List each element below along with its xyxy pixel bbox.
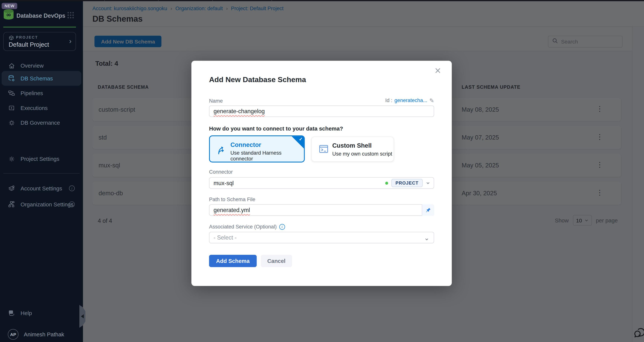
sidebar-item-label: Executions xyxy=(20,105,48,111)
browser-top-edge xyxy=(0,0,644,1)
name-label: Name xyxy=(209,98,223,104)
option-card-connector[interactable]: ✓ Connector Use standard Harness connect… xyxy=(209,135,305,163)
connector-label: Connector xyxy=(209,169,233,175)
associated-service-label: Associated Service (Optional) i xyxy=(209,224,285,230)
connector-branch-icon xyxy=(216,144,227,158)
db-schema-icon xyxy=(8,75,15,82)
app-title: Database DevOps xyxy=(16,12,65,19)
chevron-right-icon: › xyxy=(69,37,72,45)
app-root: NEW ∞ Database DevOps PRO xyxy=(0,0,644,342)
option-subtitle: Use standard Harness connector xyxy=(230,150,304,162)
governance-gear-icon xyxy=(8,119,15,126)
check-icon: ✓ xyxy=(299,137,303,142)
sidebar-item-pipelines[interactable]: Pipelines xyxy=(0,86,83,100)
pipelines-icon xyxy=(8,89,15,97)
sidebar-item-db-schemas[interactable]: DB Schemas xyxy=(2,71,82,86)
sidebar-item-organization-settings[interactable]: Organization Settings i xyxy=(0,197,83,212)
terminal-icon xyxy=(318,144,329,156)
svg-text:?: ? xyxy=(10,311,12,314)
chevron-down-icon xyxy=(425,237,429,241)
entity-id: Id : generatecha... ✎ xyxy=(385,97,434,104)
collapse-arrow-icon xyxy=(81,314,84,319)
add-db-schema-modal: × Add New Database Schema Name Id : gene… xyxy=(191,61,452,286)
user-name: Animesh Pathak xyxy=(24,331,64,338)
home-icon xyxy=(8,62,15,69)
associated-service-text: Associated Service (Optional) xyxy=(209,224,277,230)
sidebar-item-account-settings[interactable]: Account Settings i xyxy=(0,181,83,196)
sidebar-divider xyxy=(3,173,80,173)
org-gear-icon xyxy=(8,201,15,208)
project-selector-value: Default Project xyxy=(9,41,49,48)
sidebar-item-executions[interactable]: Executions xyxy=(0,101,83,115)
close-icon[interactable]: × xyxy=(432,65,444,76)
cancel-button[interactable]: Cancel xyxy=(261,255,292,267)
user-menu[interactable]: AP Animesh Pathak xyxy=(0,327,83,342)
option-card-custom-shell[interactable]: Custom Shell Use my own custom script xyxy=(311,137,394,162)
avatar: AP xyxy=(8,329,18,340)
gear-icon xyxy=(8,155,15,163)
option-subtitle: Use my own custom script xyxy=(332,151,392,157)
sidebar-item-label: Account Settings xyxy=(20,185,62,192)
id-value[interactable]: generatecha... xyxy=(394,98,427,104)
sidebar: NEW ∞ Database DevOps PRO xyxy=(0,1,83,342)
sidebar-item-label: DB Governance xyxy=(20,120,60,126)
status-green-dot xyxy=(385,182,388,184)
connect-question: How do you want to connect to your data … xyxy=(209,126,343,132)
connector-value: mux-sql xyxy=(214,180,234,186)
svg-text:∞: ∞ xyxy=(6,11,11,18)
path-label: Path to Schema File xyxy=(209,197,255,202)
sidebar-item-label: Overview xyxy=(20,62,44,69)
info-icon[interactable]: i xyxy=(69,186,75,191)
id-prefix: Id : xyxy=(385,98,392,104)
path-input[interactable]: generated.yml xyxy=(209,204,434,216)
info-icon[interactable]: i xyxy=(279,224,285,230)
sidebar-item-label: DB Schemas xyxy=(20,75,53,81)
select-placeholder: - Select - xyxy=(214,234,236,241)
sidebar-item-project-settings[interactable]: Project Settings xyxy=(0,151,83,166)
option-title: Connector xyxy=(230,141,261,148)
help-chat-icon: ? xyxy=(8,310,15,317)
name-input[interactable]: generate-changelog xyxy=(209,105,434,117)
add-schema-button[interactable]: Add Schema xyxy=(209,255,256,267)
sidebar-item-label: Pipelines xyxy=(20,90,43,96)
sidebar-item-label: Organization Settings xyxy=(20,201,74,208)
chevron-down-icon[interactable] xyxy=(426,181,430,185)
project-selector[interactable]: PROJECT Default Project › xyxy=(3,32,76,51)
module-grid-icon[interactable] xyxy=(66,11,75,21)
pin-icon[interactable] xyxy=(422,204,434,216)
sidebar-item-label: Help xyxy=(20,310,32,316)
modal-title: Add New Database Schema xyxy=(209,75,306,84)
executions-icon xyxy=(8,104,15,111)
sidebar-item-help[interactable]: ? Help xyxy=(0,306,83,320)
sidebar-item-db-governance[interactable]: DB Governance xyxy=(0,115,83,130)
option-title: Custom Shell xyxy=(332,142,372,149)
scope-badge: PROJECT xyxy=(392,179,423,187)
connector-input[interactable]: mux-sql PROJECT xyxy=(209,177,434,189)
project-selector-label: PROJECT xyxy=(16,35,38,39)
database-devops-logo-icon: ∞ xyxy=(2,8,15,22)
brand-divider xyxy=(3,27,76,27)
info-icon[interactable]: i xyxy=(69,202,75,207)
associated-service-select[interactable]: - Select - xyxy=(209,232,434,243)
pencil-edit-icon[interactable]: ✎ xyxy=(429,97,434,104)
layers-gear-icon xyxy=(8,185,15,192)
name-value: generate-changelog xyxy=(214,108,265,114)
path-value: generated.yml xyxy=(214,207,250,213)
sidebar-item-label: Project Settings xyxy=(20,156,60,162)
